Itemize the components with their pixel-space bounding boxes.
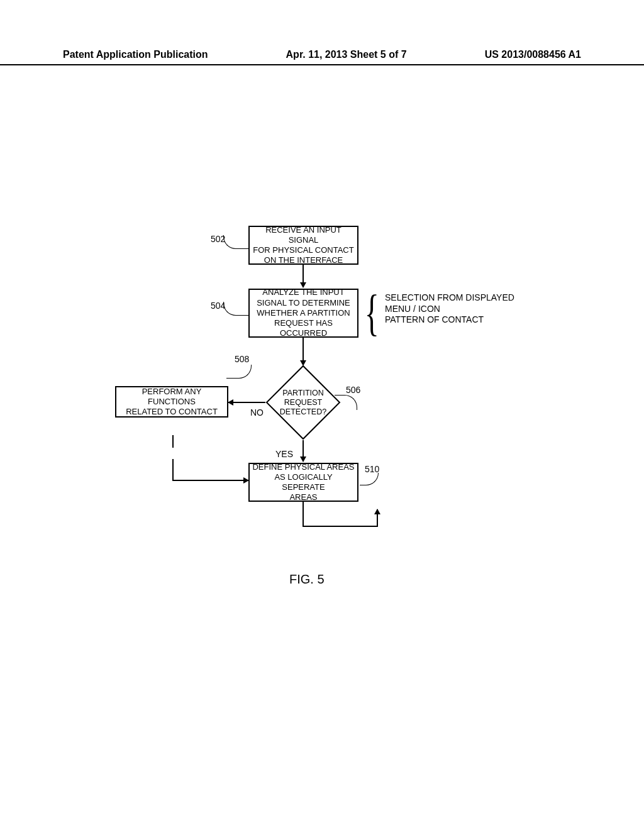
feedback-v1: [172, 435, 174, 448]
ref-502: 502: [211, 234, 225, 244]
leader-504: [223, 302, 248, 316]
block-502: RECEIVE AN INPUT SIGNAL FOR PHYSICAL CON…: [248, 226, 358, 265]
arrow-no: [228, 402, 265, 403]
page-header: Patent Application Publication Apr. 11, …: [0, 49, 644, 65]
leader-510: [360, 473, 379, 485]
arrow-502-504: [303, 265, 304, 287]
brace-icon: {: [365, 284, 379, 341]
label-no: NO: [250, 407, 264, 419]
block-510-text: DEFINE PHYSICAL AREAS AS LOGICALLY SEPER…: [252, 462, 355, 503]
annotation-504: SELECTION FROM DISPLAYED MENU / ICON PAT…: [385, 292, 514, 326]
block-504: ANALYZE THE INPUT SIGNAL TO DETERMINE WH…: [248, 289, 358, 338]
block-502-text: RECEIVE AN INPUT SIGNAL FOR PHYSICAL CON…: [252, 225, 355, 266]
loop-h: [303, 526, 378, 527]
decision-506-text: PARTITION REQUEST DETECTED?: [280, 389, 326, 417]
block-504-text: ANALYZE THE INPUT SIGNAL TO DETERMINE WH…: [252, 287, 355, 338]
block-508: PERFORM ANY FUNCTIONS RELATED TO CONTACT: [115, 386, 228, 418]
header-center: Apr. 11, 2013 Sheet 5 of 7: [286, 49, 407, 60]
feedback-h: [174, 480, 248, 481]
feedback-v2: [172, 459, 174, 481]
header-left: Patent Application Publication: [63, 49, 208, 60]
leader-506: [335, 395, 357, 410]
arrow-yes: [303, 440, 304, 462]
decision-506: PARTITION REQUEST DETECTED?: [265, 365, 341, 440]
block-508-text: PERFORM ANY FUNCTIONS RELATED TO CONTACT: [119, 387, 225, 418]
leader-502: [223, 235, 248, 249]
label-yes: YES: [275, 449, 293, 460]
loop-v1: [303, 502, 304, 527]
header-right: US 2013/0088456 A1: [485, 49, 581, 60]
arrow-504-506: [303, 338, 304, 365]
loop-v2: [377, 509, 378, 527]
ref-504: 504: [211, 301, 225, 311]
ref-508: 508: [235, 354, 249, 364]
leader-508: [226, 365, 252, 379]
ref-506: 506: [346, 385, 360, 395]
figure-label: FIG. 5: [289, 572, 325, 587]
block-510: DEFINE PHYSICAL AREAS AS LOGICALLY SEPER…: [248, 463, 358, 502]
